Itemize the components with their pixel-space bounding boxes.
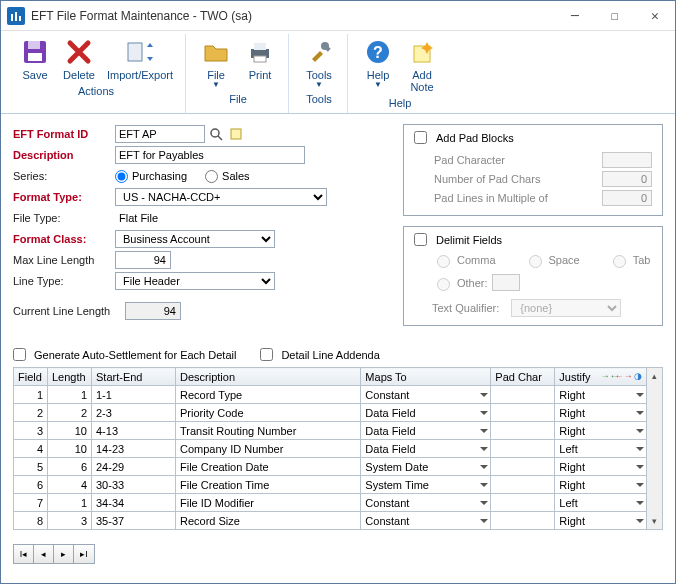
- detail-line-addenda-checkbox[interactable]: Detail Line Addenda: [260, 348, 379, 361]
- cell-start-end[interactable]: 30-33: [92, 476, 176, 494]
- eft-format-id-input[interactable]: [115, 125, 205, 143]
- minimize-button[interactable]: ─: [555, 1, 595, 31]
- lookup-icon[interactable]: [207, 125, 225, 143]
- cell-start-end[interactable]: 24-29: [92, 458, 176, 476]
- cell-field[interactable]: 5: [14, 458, 48, 476]
- cell-description[interactable]: File ID Modifier: [176, 494, 361, 512]
- cell-justify[interactable]: Left: [555, 494, 647, 512]
- cell-description[interactable]: Record Size: [176, 512, 361, 530]
- col-justify[interactable]: Justify →← ←→ ◑: [555, 368, 647, 386]
- cell-description[interactable]: File Creation Time: [176, 476, 361, 494]
- add-note-button[interactable]: Add Note: [400, 34, 444, 95]
- cell-description[interactable]: Record Type: [176, 386, 361, 404]
- maximize-button[interactable]: ☐: [595, 1, 635, 31]
- cell-start-end[interactable]: 1-1: [92, 386, 176, 404]
- cell-justify[interactable]: Right: [555, 422, 647, 440]
- cell-description[interactable]: File Creation Date: [176, 458, 361, 476]
- table-row[interactable]: 5624-29File Creation DateSystem DateRigh…: [14, 458, 647, 476]
- series-purchasing-radio[interactable]: Purchasing: [115, 170, 187, 183]
- cell-length[interactable]: 4: [48, 476, 92, 494]
- add-pad-blocks-checkbox[interactable]: [414, 131, 427, 144]
- col-field[interactable]: Field: [14, 368, 48, 386]
- cell-start-end[interactable]: 4-13: [92, 422, 176, 440]
- col-maps-to[interactable]: Maps To: [361, 368, 491, 386]
- cell-start-end[interactable]: 14-23: [92, 440, 176, 458]
- series-sales-radio[interactable]: Sales: [205, 170, 250, 183]
- cell-field[interactable]: 7: [14, 494, 48, 512]
- grid-vertical-scrollbar[interactable]: ▴ ▾: [647, 367, 663, 530]
- tools-menu-button[interactable]: Tools ▼: [297, 34, 341, 91]
- cell-field[interactable]: 2: [14, 404, 48, 422]
- help-menu-button[interactable]: ? Help ▼: [356, 34, 400, 95]
- table-row[interactable]: 3104-13Transit Routing NumberData FieldR…: [14, 422, 647, 440]
- cell-description[interactable]: Priority Code: [176, 404, 361, 422]
- table-row[interactable]: 222-3Priority CodeData FieldRight: [14, 404, 647, 422]
- cell-maps-to[interactable]: Data Field: [361, 422, 491, 440]
- delete-button[interactable]: Delete: [57, 34, 101, 83]
- cell-start-end[interactable]: 34-34: [92, 494, 176, 512]
- cell-pad-char[interactable]: [491, 404, 555, 422]
- cell-maps-to[interactable]: Constant: [361, 386, 491, 404]
- cell-length[interactable]: 6: [48, 458, 92, 476]
- gen-auto-settlement-checkbox[interactable]: Generate Auto-Settlement for Each Detail: [13, 348, 236, 361]
- delimit-fields-checkbox[interactable]: [414, 233, 427, 246]
- col-start-end[interactable]: Start-End: [92, 368, 176, 386]
- cell-justify[interactable]: Right: [555, 386, 647, 404]
- cell-description[interactable]: Transit Routing Number: [176, 422, 361, 440]
- cell-description[interactable]: Company ID Number: [176, 440, 361, 458]
- col-pad-char[interactable]: Pad Char: [491, 368, 555, 386]
- cell-pad-char[interactable]: [491, 476, 555, 494]
- cell-length[interactable]: 2: [48, 404, 92, 422]
- cell-length[interactable]: 10: [48, 440, 92, 458]
- import-export-button[interactable]: Import/Export: [101, 34, 179, 83]
- cell-pad-char[interactable]: [491, 458, 555, 476]
- col-description[interactable]: Description: [176, 368, 361, 386]
- cell-length[interactable]: 1: [48, 494, 92, 512]
- table-row[interactable]: 7134-34File ID ModifierConstantLeft: [14, 494, 647, 512]
- cell-maps-to[interactable]: System Time: [361, 476, 491, 494]
- table-row[interactable]: 111-1Record TypeConstantRight: [14, 386, 647, 404]
- cell-justify[interactable]: Right: [555, 404, 647, 422]
- cell-maps-to[interactable]: Data Field: [361, 440, 491, 458]
- cell-maps-to[interactable]: Constant: [361, 494, 491, 512]
- cell-length[interactable]: 10: [48, 422, 92, 440]
- save-button[interactable]: Save: [13, 34, 57, 83]
- format-class-select[interactable]: Business Account: [115, 230, 275, 248]
- cell-pad-char[interactable]: [491, 512, 555, 530]
- cell-length[interactable]: 3: [48, 512, 92, 530]
- table-row[interactable]: 8335-37Record SizeConstantRight: [14, 512, 647, 530]
- cell-field[interactable]: 6: [14, 476, 48, 494]
- fields-grid[interactable]: Field Length Start-End Description Maps …: [13, 367, 647, 530]
- nav-last-button[interactable]: ▸I: [74, 545, 94, 563]
- nav-next-button[interactable]: ▸: [54, 545, 74, 563]
- close-button[interactable]: ✕: [635, 1, 675, 31]
- cell-pad-char[interactable]: [491, 440, 555, 458]
- cell-justify[interactable]: Right: [555, 458, 647, 476]
- table-row[interactable]: 41014-23Company ID NumberData FieldLeft: [14, 440, 647, 458]
- cell-maps-to[interactable]: Constant: [361, 512, 491, 530]
- cell-maps-to[interactable]: System Date: [361, 458, 491, 476]
- cell-field[interactable]: 4: [14, 440, 48, 458]
- cell-justify[interactable]: Right: [555, 476, 647, 494]
- format-type-select[interactable]: US - NACHA-CCD+: [115, 188, 327, 206]
- max-line-length-input[interactable]: [115, 251, 171, 269]
- cell-start-end[interactable]: 35-37: [92, 512, 176, 530]
- nav-first-button[interactable]: I◂: [14, 545, 34, 563]
- cell-field[interactable]: 1: [14, 386, 48, 404]
- table-row[interactable]: 6430-33File Creation TimeSystem TimeRigh…: [14, 476, 647, 494]
- cell-pad-char[interactable]: [491, 422, 555, 440]
- scroll-up-arrow[interactable]: ▴: [647, 368, 662, 384]
- scroll-down-arrow[interactable]: ▾: [647, 513, 662, 529]
- cell-field[interactable]: 8: [14, 512, 48, 530]
- cell-field[interactable]: 3: [14, 422, 48, 440]
- cell-length[interactable]: 1: [48, 386, 92, 404]
- cell-justify[interactable]: Left: [555, 440, 647, 458]
- cell-justify[interactable]: Right: [555, 512, 647, 530]
- nav-prev-button[interactable]: ◂: [34, 545, 54, 563]
- col-length[interactable]: Length: [48, 368, 92, 386]
- print-button[interactable]: Print: [238, 34, 282, 91]
- grid-header-tools[interactable]: →← ←→ ◑: [603, 369, 644, 382]
- description-input[interactable]: [115, 146, 305, 164]
- cell-maps-to[interactable]: Data Field: [361, 404, 491, 422]
- file-menu-button[interactable]: File ▼: [194, 34, 238, 91]
